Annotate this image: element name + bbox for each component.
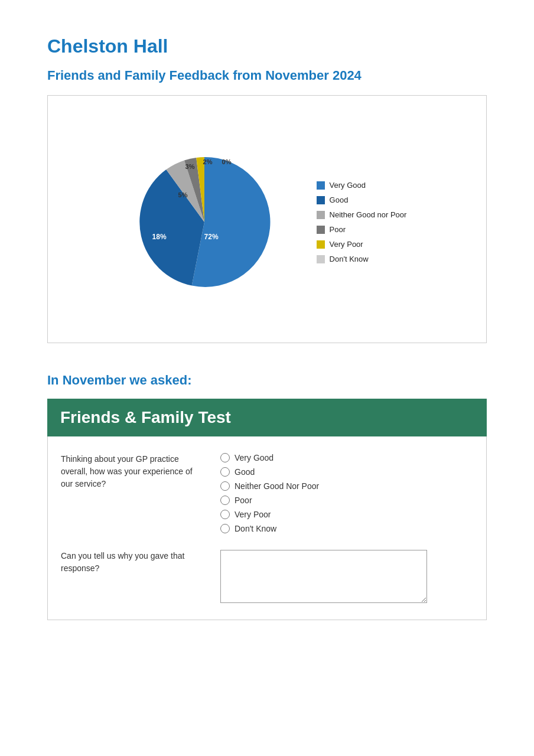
form-row-1: Thinking about your GP practice overall,…	[61, 453, 473, 533]
form-label-2: Can you tell us why you gave that respon…	[61, 550, 197, 603]
legend-item-dont-know: Don't Know	[317, 255, 407, 263]
chart-inner: 72% 18% 5% 3% 2% 0% Very Good Good Neith…	[128, 145, 407, 299]
legend-color-good	[317, 196, 325, 204]
legend-label-good: Good	[330, 195, 349, 204]
pie-chart: 72% 18% 5% 3% 2% 0%	[128, 145, 281, 299]
legend-label-poor: Poor	[330, 225, 346, 234]
legend-label-neither: Neither Good nor Poor	[330, 210, 407, 219]
in-november-title: In November we asked:	[47, 373, 487, 388]
radio-neither[interactable]: Neither Good Nor Poor	[220, 481, 319, 491]
legend-color-very-poor	[317, 240, 325, 249]
form-section: Thinking about your GP practice overall,…	[47, 436, 487, 620]
chart-container: 72% 18% 5% 3% 2% 0% Very Good Good Neith…	[47, 95, 487, 343]
radio-label-poor: Poor	[235, 496, 252, 505]
radio-label-very-good: Very Good	[235, 453, 273, 462]
legend-color-neither	[317, 211, 325, 219]
legend-item-good: Good	[317, 195, 407, 204]
radio-input-good[interactable]	[220, 467, 230, 477]
label-3: 3%	[185, 163, 195, 170]
fft-header-text: Friends & Family Test	[60, 408, 231, 426]
radio-label-good: Good	[235, 467, 255, 477]
page-title: Chelston Hall	[47, 35, 487, 57]
radio-label-very-poor: Very Poor	[235, 510, 271, 519]
legend-color-poor	[317, 226, 325, 234]
radio-input-dont-know[interactable]	[220, 524, 230, 533]
section-title: Friends and Family Feedback from Novembe…	[47, 68, 487, 83]
radio-input-very-poor[interactable]	[220, 510, 230, 519]
form-row-2: Can you tell us why you gave that respon…	[61, 550, 473, 603]
label-72: 72%	[204, 233, 219, 241]
form-label-1: Thinking about your GP practice overall,…	[61, 453, 197, 533]
radio-dont-know[interactable]: Don't Know	[220, 524, 319, 533]
radio-very-poor[interactable]: Very Poor	[220, 510, 319, 519]
radio-group: Very Good Good Neither Good Nor Poor Poo…	[220, 453, 319, 533]
legend-label-very-poor: Very Poor	[330, 240, 363, 249]
legend-item-very-poor: Very Poor	[317, 240, 407, 249]
legend-color-dont-know	[317, 255, 325, 263]
response-textarea[interactable]	[220, 550, 427, 603]
radio-input-very-good[interactable]	[220, 453, 230, 462]
radio-poor[interactable]: Poor	[220, 496, 319, 505]
legend-label-very-good: Very Good	[330, 181, 366, 190]
legend-item-poor: Poor	[317, 225, 407, 234]
radio-very-good[interactable]: Very Good	[220, 453, 319, 462]
radio-good[interactable]: Good	[220, 467, 319, 477]
legend-item-neither: Neither Good nor Poor	[317, 210, 407, 219]
label-2: 2%	[203, 158, 213, 165]
legend-item-very-good: Very Good	[317, 181, 407, 190]
label-5: 5%	[178, 191, 188, 198]
legend-color-very-good	[317, 181, 325, 190]
chart-legend: Very Good Good Neither Good nor Poor Poo…	[317, 181, 407, 263]
fft-header: Friends & Family Test	[47, 399, 487, 436]
legend-label-dont-know: Don't Know	[330, 255, 369, 263]
label-0: 0%	[222, 158, 232, 165]
radio-input-neither[interactable]	[220, 481, 230, 491]
radio-label-dont-know: Don't Know	[235, 524, 276, 533]
radio-label-neither: Neither Good Nor Poor	[235, 481, 319, 491]
pie-svg	[128, 145, 281, 299]
radio-input-poor[interactable]	[220, 496, 230, 505]
label-18: 18%	[152, 233, 167, 241]
